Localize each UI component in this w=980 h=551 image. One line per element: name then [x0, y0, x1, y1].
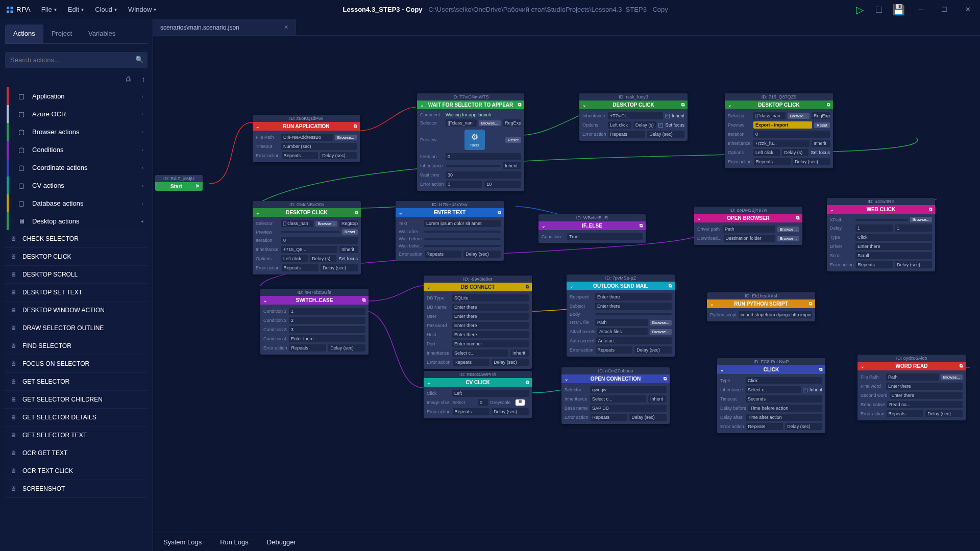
search-input[interactable] [5, 52, 148, 68]
copy-icon[interactable]: ⧉ [640, 223, 643, 229]
copy-icon[interactable]: ⧉ [362, 297, 365, 303]
reset-button[interactable]: Reset [505, 137, 521, 143]
close-tab-icon[interactable]: ✕ [278, 24, 288, 31]
condition-input[interactable]: True [567, 233, 643, 240]
copy-icon[interactable]: ⧉ [354, 123, 357, 129]
action-desktop-window-action[interactable]: 🖥DESKTOP WINDOW ACTION [5, 302, 148, 319]
stop-icon[interactable]: □ [874, 5, 884, 15]
tab-run-logs[interactable]: Run Logs [220, 538, 249, 546]
node-if-else[interactable]: ID: WBvfvlt5UR ⌄IF..ELSE⧉ ConditionTrue [538, 214, 646, 243]
save-icon[interactable]: 💾 [893, 5, 903, 15]
action-get-selector-text[interactable]: 🖥GET SELECTOR TEXT [5, 427, 148, 444]
category-cv-actions[interactable]: ▢CV actions‹ [5, 177, 148, 194]
browse-button[interactable]: Browse... [777, 236, 799, 241]
action-find-selector[interactable]: 🖥FIND SELECTOR [5, 337, 148, 355]
category-database-actions[interactable]: ▢Database actions‹ [5, 194, 148, 212]
node-desktop-click-1[interactable]: ID: rssk_fuey3 ⌄DESKTOP CLICK⧉ Inheritan… [579, 93, 688, 141]
tab-debugger[interactable]: Debugger [267, 538, 296, 546]
script-input[interactable]: import stripefrom django.http import t [739, 311, 812, 318]
browse-button[interactable]: Browse... [777, 227, 799, 232]
node-start[interactable]: ID: RdiZ_jeMjU Start⚑ [155, 175, 203, 191]
copy-icon[interactable]: ⧉ [796, 215, 799, 221]
text-input[interactable]: Lorem ipsum dolor sit amet [424, 220, 501, 227]
action-get-selector-children[interactable]: 🖥GET SELECTOR CHILDREN [5, 391, 148, 409]
reset-button[interactable]: Reset [814, 122, 830, 128]
tab-project[interactable]: Project [43, 24, 80, 43]
run-icon[interactable]: ▷ [854, 5, 865, 15]
node-outlook-send-mail[interactable]: ID: 7pvMSe-pZ ⌄OUTLOOK SEND MAIL⧉ Recipi… [567, 274, 675, 357]
node-word-read[interactable]: ID: oydxo6Alcb ⌄WORD READ⧉ File PathPath… [857, 355, 966, 420]
document-tab[interactable]: scenarios\main.scenario.json ✕ [153, 19, 296, 35]
copy-icon[interactable]: ⧉ [681, 102, 684, 108]
copy-icon[interactable]: ⧉ [526, 380, 529, 385]
browse-button[interactable]: Browse... [910, 217, 932, 222]
copy-icon[interactable]: ⧉ [960, 363, 963, 369]
expand-all-icon[interactable]: ↕ [139, 75, 148, 83]
minimize-icon[interactable]: ─ [914, 3, 928, 17]
node-run-application[interactable]: ID: z6oKQsdP6v ⌄RUN APPLICATION⧉ File Pa… [253, 115, 360, 162]
node-run-python[interactable]: ID: Ek1heaXXsf ⌄RUN PYTHON SCRIPT⧉ Pytho… [707, 292, 815, 321]
browse-button[interactable]: Browse... [650, 320, 672, 325]
action-ocr-text-click[interactable]: 🖥OCR TEXT CLICK [5, 462, 148, 480]
action-check-selector[interactable]: 🖥CHECK SELECTOR [5, 230, 148, 248]
browse-button[interactable]: Browse... [941, 374, 963, 380]
file-path-input[interactable]: D:\FreeAddressBo [281, 134, 333, 141]
tab-system-logs[interactable]: System Logs [163, 538, 202, 546]
db-type-select[interactable]: SQLite [452, 294, 529, 302]
action-screenshot[interactable]: 🖥SCREENSHOT [5, 480, 148, 498]
canvas[interactable]: ID: RdiZ_jeMjU Start⚑ ID: z6oKQsdP6v ⌄RU… [153, 36, 980, 533]
node-web-click[interactable]: ID: u4zw3RE ⌄WEB CLICK⧉ XPathBrowse... D… [827, 198, 935, 271]
action-ocr-get-text[interactable]: 🖥OCR GET TEXT [5, 444, 148, 462]
browse-button[interactable]: Browse... [335, 135, 357, 140]
copy-icon[interactable]: ⧉ [669, 283, 672, 289]
timeout-input[interactable]: Number (sec) [281, 143, 357, 150]
browse-button[interactable]: Browse... [788, 113, 810, 119]
maximize-icon[interactable]: ☐ [937, 3, 951, 17]
copy-icon[interactable]: ⧉ [498, 210, 501, 215]
search-icon[interactable]: 🔍 [135, 56, 143, 63]
collapse-all-icon[interactable]: ⎙ [124, 75, 132, 83]
node-wait-for-selector[interactable]: ID: T7viCNmWTS ⌄WAIT FOR SELECTOR TO APP… [417, 93, 524, 191]
action-desktop-set-text[interactable]: 🖥DESKTOP SET TEXT [5, 284, 148, 302]
tab-variables[interactable]: Variables [80, 24, 124, 43]
reset-button[interactable]: Reset [342, 229, 358, 235]
node-cv-click[interactable]: ID: RIBoGaWPHh ⌄CV CLICK⧉ ClickLeft Imag… [424, 371, 532, 418]
category-desktop-actions[interactable]: 🖥 Desktop actions ▾ [5, 212, 148, 230]
copy-icon[interactable]: ⧉ [664, 376, 667, 382]
node-click[interactable]: ID: FC8rPoLNwP ⌄CLICK⧉ TypeClick Inherit… [717, 358, 825, 433]
category-application[interactable]: ▢Application‹ [5, 87, 148, 105]
node-desktop-click-3[interactable]: ID: GMoNBoO0n ⌄DESKTOP CLICK⧉ Selector[[… [253, 201, 361, 274]
node-switch-case[interactable]: ID: hM7obzSGfe ⌄SWITCH..CASE⧉ Condition … [260, 289, 369, 355]
action-desktop-scroll[interactable]: 🖥DESKTOP SCROLL [5, 266, 148, 284]
action-get-selector-details[interactable]: 🖥GET SELECTOR DETAILS [5, 409, 148, 427]
browse-button[interactable]: Browse... [315, 221, 337, 227]
copy-icon[interactable]: ⧉ [929, 207, 932, 212]
action-focus-on-selector[interactable]: 🖥FOCUS ON SELECTOR [5, 355, 148, 373]
copy-icon[interactable]: ⧉ [518, 102, 521, 108]
node-db-connect[interactable]: ID: -99v3te8er ⌄DB CONNECT⧉ DB TypeSQLit… [424, 276, 532, 369]
action-desktop-click[interactable]: 🖥DESKTOP CLICK [5, 248, 148, 266]
action-draw-selector-outline[interactable]: 🖥DRAW SELECTOR OUTLINE [5, 319, 148, 337]
close-icon[interactable]: ✕ [961, 3, 975, 17]
menu-edit[interactable]: Edit▾ [68, 6, 84, 13]
copy-icon[interactable]: ⧉ [819, 367, 822, 372]
node-open-connection[interactable]: ID: oCm2Fobbeo ⌄OPEN CONNECTION⧉ Selecto… [561, 367, 670, 424]
category-coordinate-actions[interactable]: ▢Coordinate actions‹ [5, 159, 148, 177]
category-conditions[interactable]: ▢Conditions‹ [5, 141, 148, 159]
copy-icon[interactable]: ⧉ [526, 284, 529, 290]
menu-window[interactable]: Window▾ [128, 6, 156, 13]
menu-cloud[interactable]: Cloud▾ [95, 6, 117, 13]
category-browser-actions[interactable]: ▢Browser actions‹ [5, 123, 148, 141]
copy-icon[interactable]: ⧉ [809, 301, 812, 307]
selector-input[interactable]: [["class_nan [446, 119, 477, 127]
copy-icon[interactable]: ⧉ [827, 102, 830, 108]
inheritance-select[interactable]: +T7viCl... [608, 112, 663, 119]
menu-file[interactable]: File▾ [41, 6, 57, 13]
tab-actions[interactable]: Actions [5, 24, 43, 43]
node-desktop-click-2[interactable]: ID: 715_Q87QZ9 ⌄DESKTOP CLICK⧉ Selector[… [725, 93, 833, 168]
action-get-selector[interactable]: 🖥GET SELECTOR [5, 373, 148, 391]
category-azure-ocr[interactable]: ▢Azure OCR‹ [5, 105, 148, 123]
copy-icon[interactable]: ⧉ [355, 210, 358, 215]
node-open-browser[interactable]: ID: ooDM1BjY97w ⌄OPEN BROWSER⧉ Driver pa… [694, 207, 802, 245]
browse-button[interactable]: Browse... [650, 329, 672, 335]
